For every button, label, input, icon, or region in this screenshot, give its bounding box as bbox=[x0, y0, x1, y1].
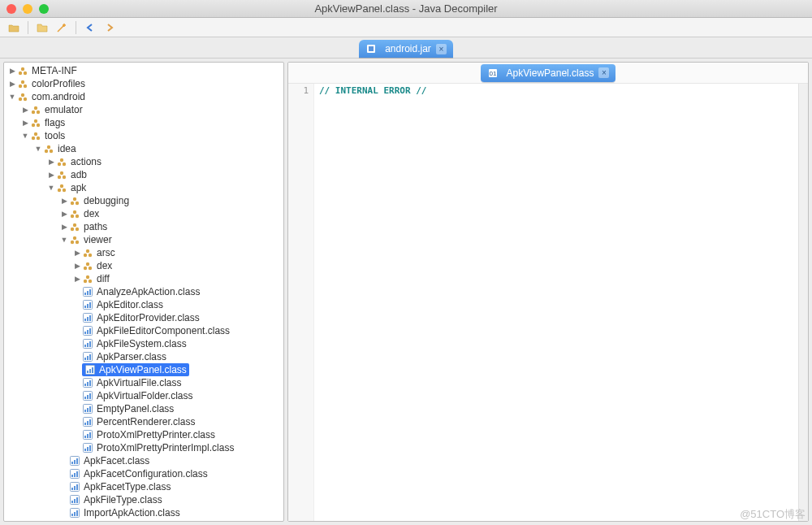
svg-point-15 bbox=[37, 124, 40, 127]
tree-item[interactable]: ▶META-INF bbox=[4, 64, 283, 77]
tree-twisty[interactable]: ▶ bbox=[72, 262, 82, 270]
tree-item[interactable]: ApkFileEditorComponent.class bbox=[4, 324, 283, 337]
editor-tab-label: ApkViewPanel.class bbox=[507, 67, 594, 79]
tree-item[interactable]: ▶dex bbox=[4, 207, 283, 220]
tree-item[interactable]: ApkFileSystem.class bbox=[4, 337, 283, 350]
svg-rect-120 bbox=[76, 497, 78, 503]
tree-item[interactable]: EmptyPanel.class bbox=[4, 402, 283, 415]
back-button[interactable] bbox=[83, 20, 97, 35]
tree-item[interactable]: ▶dex bbox=[4, 259, 283, 272]
tree-twisty[interactable]: ▼ bbox=[46, 184, 56, 192]
tree-item[interactable]: ▶assistant bbox=[4, 519, 283, 521]
tree-twisty[interactable]: ▼ bbox=[33, 145, 43, 153]
tree-item[interactable]: ▶adb bbox=[4, 168, 283, 181]
tree-twisty[interactable]: ▼ bbox=[59, 236, 69, 244]
package-icon bbox=[56, 169, 67, 180]
tree-item[interactable]: ▶colorProfiles bbox=[4, 77, 283, 90]
svg-point-19 bbox=[34, 132, 37, 136]
tree-item[interactable]: ▶paths bbox=[4, 220, 283, 233]
class-file-icon bbox=[82, 325, 93, 336]
tree-item[interactable]: ApkViewPanel.class bbox=[4, 363, 283, 376]
svg-rect-108 bbox=[76, 458, 78, 464]
code-body[interactable]: // INTERNAL ERROR // bbox=[314, 84, 798, 521]
tree-item[interactable]: ProtoXmlPrettyPrinterImpl.class bbox=[4, 441, 283, 454]
tree-twisty[interactable]: ▶ bbox=[7, 80, 17, 88]
search-button[interactable] bbox=[54, 20, 69, 35]
tree-twisty[interactable]: ▶ bbox=[20, 106, 30, 114]
tree-twisty[interactable]: ▶ bbox=[59, 223, 69, 231]
package-icon bbox=[69, 221, 80, 232]
tree-twisty[interactable]: ▼ bbox=[20, 132, 30, 140]
svg-point-35 bbox=[71, 215, 74, 218]
tree-item[interactable]: ApkVirtualFile.class bbox=[4, 376, 283, 389]
svg-rect-78 bbox=[87, 371, 89, 373]
tree-item[interactable]: PercentRenderer.class bbox=[4, 415, 283, 428]
svg-rect-114 bbox=[71, 488, 73, 490]
tree-item[interactable]: ApkFacet.class bbox=[4, 454, 283, 467]
svg-point-14 bbox=[32, 124, 35, 127]
tree-twisty[interactable]: ▶ bbox=[46, 171, 56, 179]
tree-item[interactable]: ApkFileType.class bbox=[4, 493, 283, 506]
tree-twisty[interactable]: ▶ bbox=[72, 275, 82, 283]
tree-item[interactable]: ▼com.android bbox=[4, 90, 283, 103]
svg-point-37 bbox=[73, 210, 76, 214]
tree-item[interactable]: ApkEditorProvider.class bbox=[4, 311, 283, 324]
arrow-right-icon bbox=[105, 23, 114, 33]
tree-twisty[interactable]: ▶ bbox=[72, 249, 82, 257]
minimize-window-button[interactable] bbox=[23, 4, 32, 14]
tree-item[interactable]: ApkEditor.class bbox=[4, 298, 283, 311]
tree-item[interactable]: ▼idea bbox=[4, 142, 283, 155]
svg-point-26 bbox=[58, 176, 61, 179]
close-editor-tab-button[interactable]: × bbox=[598, 67, 609, 78]
tree-twisty[interactable]: ▶ bbox=[59, 197, 69, 205]
tree-twisty[interactable]: ▶ bbox=[20, 119, 30, 127]
svg-rect-60 bbox=[89, 302, 91, 308]
tree-item[interactable]: ▼apk bbox=[4, 181, 283, 194]
tree-twisty[interactable]: ▼ bbox=[7, 93, 17, 101]
tree-twisty[interactable]: ▶ bbox=[46, 158, 56, 166]
tree-item[interactable]: ▼tools bbox=[4, 129, 283, 142]
tree-item[interactable]: ▶arsc bbox=[4, 246, 283, 259]
tree-item-label: ApkEditorProvider.class bbox=[97, 312, 200, 323]
tree-item[interactable]: ImportApkAction.class bbox=[4, 506, 283, 519]
zoom-window-button[interactable] bbox=[39, 4, 49, 14]
tree-item[interactable]: ApkVirtualFolder.class bbox=[4, 389, 283, 402]
class-file-icon bbox=[82, 403, 93, 414]
package-icon bbox=[17, 78, 28, 89]
open-file-button[interactable] bbox=[6, 20, 21, 35]
tree-item[interactable]: ApkFacetType.class bbox=[4, 480, 283, 493]
file-tab-android-jar[interactable]: android.jar × bbox=[359, 40, 453, 58]
tree-item[interactable]: ▶flags bbox=[4, 116, 283, 129]
tree-item[interactable]: AnalyzeApkAction.class bbox=[4, 285, 283, 298]
file-tab-label: android.jar bbox=[385, 43, 431, 54]
svg-point-8 bbox=[19, 98, 22, 101]
editor-scrollbar-rail[interactable] bbox=[798, 84, 808, 521]
tree-item-label: apk bbox=[71, 182, 86, 193]
tree-twisty[interactable]: ▶ bbox=[59, 210, 69, 218]
svg-point-24 bbox=[63, 163, 66, 166]
close-tab-button[interactable]: × bbox=[436, 44, 447, 54]
package-tree[interactable]: ▶META-INF▶colorProfiles▼com.android▶emul… bbox=[4, 63, 283, 521]
tree-item[interactable]: ▼viewer bbox=[4, 233, 283, 246]
tree-item-label: flags bbox=[45, 117, 65, 128]
tree-item[interactable]: ▶debugging bbox=[4, 194, 283, 207]
open-type-button[interactable] bbox=[35, 20, 50, 35]
svg-point-25 bbox=[60, 158, 63, 162]
svg-rect-124 bbox=[76, 510, 78, 516]
tree-item[interactable]: ApkFacetConfiguration.class bbox=[4, 467, 283, 480]
tree-twisty[interactable]: ▶ bbox=[7, 67, 17, 75]
svg-rect-116 bbox=[76, 484, 78, 490]
tree-item-label: PercentRenderer.class bbox=[97, 416, 195, 427]
svg-rect-91 bbox=[87, 408, 89, 412]
tree-item-selected[interactable]: ApkViewPanel.class bbox=[82, 363, 189, 376]
tree-item[interactable]: ▶diff bbox=[4, 272, 283, 285]
tree-item[interactable]: ▶emulator bbox=[4, 103, 283, 116]
jar-icon bbox=[365, 43, 377, 54]
window-controls bbox=[0, 4, 57, 14]
editor-tab-apkviewpanel[interactable]: 01 ApkViewPanel.class × bbox=[481, 64, 616, 82]
tree-item[interactable]: ApkParser.class bbox=[4, 350, 283, 363]
tree-item[interactable]: ▶actions bbox=[4, 155, 283, 168]
forward-button[interactable] bbox=[102, 20, 117, 35]
close-window-button[interactable] bbox=[6, 4, 16, 14]
tree-item[interactable]: ProtoXmlPrettyPrinter.class bbox=[4, 428, 283, 441]
